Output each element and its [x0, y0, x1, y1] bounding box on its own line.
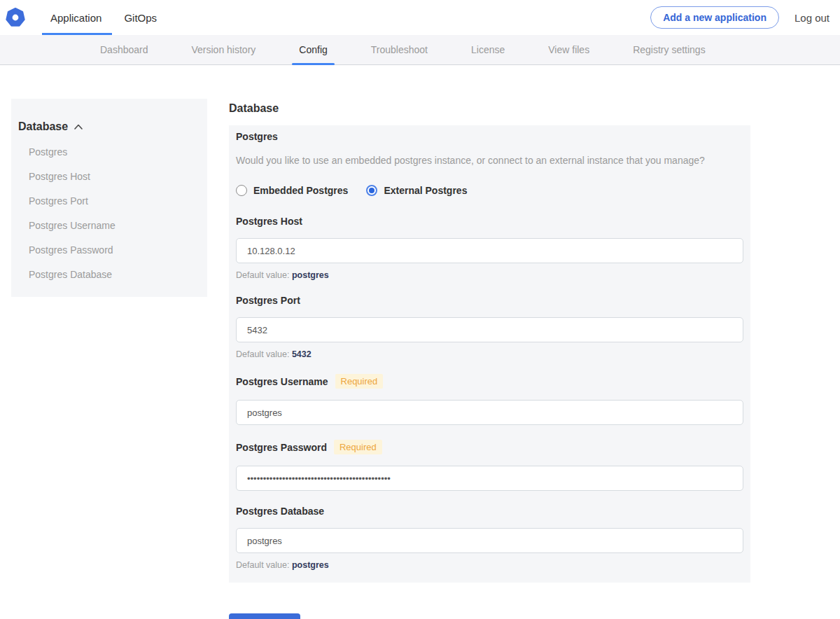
top-header: Application GitOps Add a new application… — [0, 0, 840, 35]
tab-application[interactable]: Application — [50, 0, 102, 35]
subnav-version-history[interactable]: Version history — [192, 35, 256, 64]
field-label-postgres-password: Postgres Password Required — [236, 440, 743, 454]
tab-gitops[interactable]: GitOps — [124, 0, 157, 35]
content-area: Database Postgres Postgres Host Postgres… — [0, 65, 840, 619]
postgres-host-input[interactable] — [236, 238, 743, 263]
field-label-text: Postgres Database — [236, 506, 324, 517]
field-label-postgres-port: Postgres Port — [236, 295, 743, 306]
sidebar-item-postgres-port[interactable]: Postgres Port — [29, 195, 200, 207]
field-label-postgres-username: Postgres Username Required — [236, 374, 743, 389]
logout-button[interactable]: Log out — [794, 12, 830, 24]
default-value-line: Default value: postgres — [236, 270, 743, 280]
sidebar-item-postgres-database[interactable]: Postgres Database — [29, 269, 200, 280]
default-value-line: Default value: 5432 — [236, 349, 743, 359]
kots-logo-icon — [6, 8, 25, 27]
sidebar-item-postgres-username[interactable]: Postgres Username — [29, 220, 200, 231]
subnav-license[interactable]: License — [471, 35, 505, 64]
sidebar-group-database[interactable]: Database — [18, 120, 200, 133]
radio-label: Embedded Postgres — [253, 185, 348, 196]
sidebar-item-postgres-password[interactable]: Postgres Password — [29, 244, 200, 256]
postgres-username-input[interactable] — [236, 400, 743, 425]
chevron-up-icon — [74, 124, 83, 130]
config-sidebar: Database Postgres Postgres Host Postgres… — [11, 99, 207, 297]
default-value-line: Default value: postgres — [236, 560, 743, 570]
field-label-text: Postgres Port — [236, 295, 300, 306]
postgres-password-input[interactable] — [236, 466, 743, 491]
default-value: 5432 — [292, 349, 312, 359]
default-prefix: Default value: — [236, 349, 289, 359]
sidebar-item-postgres[interactable]: Postgres — [29, 146, 200, 158]
save-config-button[interactable]: Save config — [229, 613, 300, 619]
required-badge: Required — [334, 440, 382, 454]
default-prefix: Default value: — [236, 270, 289, 280]
required-badge: Required — [335, 374, 384, 389]
radio-circle-checked-icon[interactable] — [366, 185, 377, 196]
default-value: postgres — [292, 560, 329, 570]
radio-circle-icon[interactable] — [236, 185, 247, 196]
field-label-text: Postgres Host — [236, 216, 302, 227]
field-label-postgres-database: Postgres Database — [236, 506, 743, 517]
config-main: Database Postgres Would you like to use … — [229, 99, 750, 619]
group-description: Would you like to use an embedded postgr… — [236, 154, 743, 167]
page-title: Database — [229, 102, 750, 115]
subnav-view-files[interactable]: View files — [548, 35, 589, 64]
subnav-troubleshoot[interactable]: Troubleshoot — [371, 35, 428, 64]
postgres-port-input[interactable] — [236, 317, 743, 342]
radio-external-postgres[interactable]: External Postgres — [366, 185, 467, 196]
add-application-button[interactable]: Add a new application — [650, 6, 779, 29]
field-label-text: Postgres Password — [236, 442, 327, 453]
postgres-database-input[interactable] — [236, 528, 743, 553]
field-label-postgres-host: Postgres Host — [236, 216, 743, 227]
default-value: postgres — [292, 270, 329, 280]
postgres-type-radio-group: Embedded Postgres External Postgres — [236, 185, 743, 196]
radio-embedded-postgres[interactable]: Embedded Postgres — [236, 185, 348, 196]
group-label-postgres: Postgres — [236, 131, 743, 142]
sidebar-item-postgres-host[interactable]: Postgres Host — [29, 171, 200, 182]
field-label-text: Postgres Username — [236, 376, 328, 387]
radio-label: External Postgres — [384, 185, 467, 196]
subnav-registry-settings[interactable]: Registry settings — [633, 35, 705, 64]
sidebar-group-label: Database — [18, 120, 68, 133]
app-subnav: Dashboard Version history Config Trouble… — [0, 35, 840, 65]
default-prefix: Default value: — [236, 560, 289, 570]
subnav-config[interactable]: Config — [299, 35, 327, 64]
config-group-panel: Postgres Would you like to use an embedd… — [229, 125, 750, 583]
subnav-dashboard[interactable]: Dashboard — [100, 35, 148, 64]
